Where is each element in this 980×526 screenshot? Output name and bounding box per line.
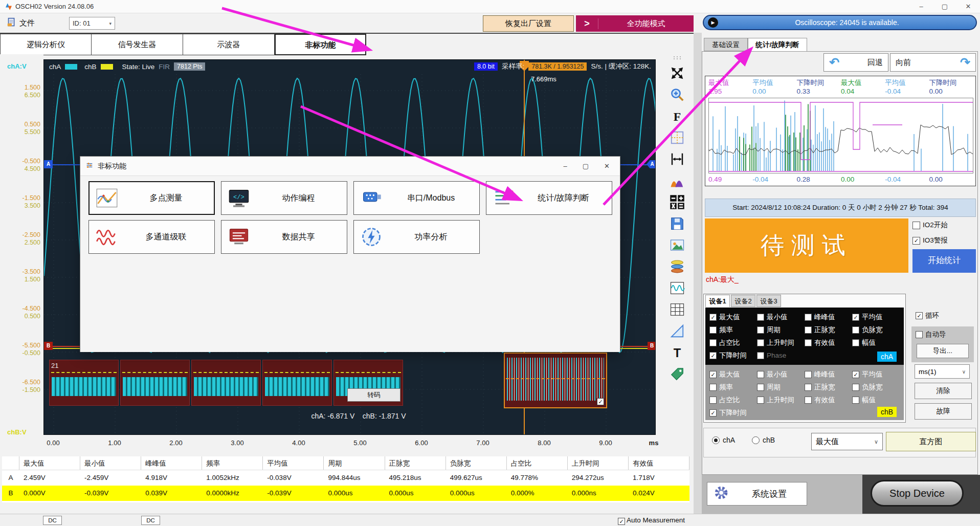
maximize-button[interactable]: ▢ [933,0,956,13]
measure-option-有效值[interactable]: 有效值 [805,396,852,405]
measure-option-平均值[interactable]: ✓平均值 [852,370,900,379]
grid-icon[interactable] [669,129,686,146]
dialog-minimize-button[interactable]: – [564,162,567,170]
io3-alarm-toggle[interactable]: ✓ IO3警报 [912,236,948,245]
main-tab-2[interactable]: 信号发生器 [92,34,183,55]
time-unit-select[interactable]: ms(1) ∨ [915,364,970,379]
factory-reset-button[interactable]: 恢复出厂设置 [483,15,574,32]
minimize-button[interactable]: – [909,0,933,13]
main-tab-3[interactable]: 示波器 [183,34,275,55]
transcode-button[interactable]: 转码 [347,388,400,402]
auto-measurement-toggle[interactable]: ✓ Auto Measurement [618,516,685,525]
dialog-maximize-button[interactable]: ▢ [583,162,589,170]
cha-coupling-indicator[interactable]: DC [43,516,62,525]
tag-icon[interactable] [669,365,686,383]
radio-chb[interactable]: chB [752,436,775,444]
undo-button[interactable]: ↶ 回退 [823,53,888,72]
measure-option-下降时间[interactable]: ✓下降时间 [709,408,757,418]
tab-device-1[interactable]: 设备1 [705,295,730,307]
measure-option-幅值[interactable]: 幅值 [852,338,900,347]
measure-option-正脉宽[interactable]: 正脉宽 [805,383,852,392]
tab-device-2[interactable]: 设备2 [731,295,755,307]
measure-option-上升时间[interactable]: 上升时间 [757,338,805,347]
device-id-select[interactable]: ID: 01 ▾ [69,17,115,30]
histogram-button[interactable]: 直方图 [886,432,976,451]
auto-export-toggle[interactable]: 自动导 [916,330,946,339]
text-icon[interactable]: T [669,344,686,361]
tab-device-3[interactable]: 设备3 [756,295,781,307]
cursor-b-tag-right[interactable]: B [648,342,656,350]
waveform-thumbnail-4[interactable] [262,360,332,406]
dialog-button-serial-modbus[interactable]: 串口/Modbus [353,181,480,215]
fir-label[interactable]: FIR [159,63,170,71]
cursor-a-tag-left[interactable]: A [44,160,53,168]
waveform-thumbnail-2[interactable] [120,360,190,406]
measure-option-负脉宽[interactable]: 负脉宽 [852,383,900,392]
measure-option-占空比[interactable]: 占空比 [709,338,757,347]
table-icon[interactable] [669,301,686,318]
dialog-button-multi-point-measure[interactable]: 多点测量 [88,181,215,215]
loop-toggle[interactable]: ✓ 循环 [916,311,939,320]
zoom-region-thumbnail[interactable]: ✓ [504,353,607,408]
dialog-button-multi-channel-cascade[interactable]: 多通道级联 [88,220,215,254]
measure-option-平均值[interactable]: ✓平均值 [852,313,900,322]
file-menu-button[interactable]: 文件 [6,16,35,30]
waveform-window-icon[interactable] [669,279,686,297]
measure-option-占空比[interactable]: 占空比 [709,396,757,405]
measure-option-频率[interactable]: 频率 [709,325,757,335]
zoom-in-icon[interactable] [669,86,686,103]
dialog-button-data-share[interactable]: 数据共享 [221,220,347,254]
measure-option-频率[interactable]: 频率 [709,383,757,392]
measure-option-最大值[interactable]: ✓最大值 [709,313,757,322]
measure-option-Phase[interactable]: Phase [757,352,805,359]
horizontal-measure-icon[interactable] [669,150,686,168]
dialog-button-action-programming[interactable]: </>动作编程 [221,181,347,215]
thumbnail-checkbox[interactable]: ✓ [597,398,604,405]
radio-cha[interactable]: chA [712,436,735,444]
io2-start-toggle[interactable]: IO2开始 [912,221,948,230]
toolbar-scroll-dots[interactable] [671,55,683,60]
fault-button[interactable]: 故障 [915,403,972,420]
measure-option-下降时间[interactable]: ✓下降时间 [709,351,757,360]
measure-option-峰峰值[interactable]: 峰峰值 [805,313,852,322]
math-icon[interactable] [669,193,686,211]
measure-option-周期[interactable]: 周期 [757,383,805,392]
ruler-icon[interactable] [669,322,686,340]
chb-coupling-indicator[interactable]: DC [141,516,160,525]
dialog-close-button[interactable]: ✕ [604,162,610,170]
histogram-measure-select[interactable]: 最大值 ∨ [811,433,883,450]
stats-trend-chart[interactable] [708,98,973,173]
stop-device-button[interactable]: Stop Device [871,480,964,507]
main-tab-1[interactable]: 逻辑分析仪 [0,34,92,55]
cursor-b-tag-left[interactable]: B [44,342,53,350]
scope-status-indicator[interactable]: ▶ Oscilloscope: 24045 is available. [703,15,977,30]
redo-button[interactable]: 向前 ↷ [890,53,976,72]
dialog-button-stats-fault-judge[interactable]: 统计/故障判断 [486,181,612,215]
clear-button[interactable]: 清除 [915,383,972,399]
waveform-thumbnail-1[interactable] [49,360,119,406]
dialog-title-bar[interactable]: 非标功能 – ▢ ✕ [80,157,620,176]
screenshot-icon[interactable] [669,236,686,254]
system-settings-button[interactable]: 系统设置 [707,482,807,506]
waveform-thumbnail-3[interactable] [191,360,261,406]
expand-icon[interactable] [669,64,686,82]
full-mode-button[interactable]: > 全功能模式 [576,15,694,32]
measure-option-负脉宽[interactable]: 负脉宽 [852,325,900,335]
fourier-icon[interactable]: F [669,107,686,125]
measure-option-最小值[interactable]: 最小值 [757,370,805,379]
measure-option-有效值[interactable]: 有效值 [805,338,852,347]
measure-option-正脉宽[interactable]: 正脉宽 [805,325,852,335]
export-button[interactable]: 导出... [917,344,969,358]
measure-option-上升时间[interactable]: 上升时间 [757,396,805,405]
tab-basic-settings[interactable]: 基础设置 [704,38,748,51]
layers-icon[interactable] [669,258,686,275]
measure-option-峰峰值[interactable]: 峰峰值 [805,370,852,379]
histogram-icon[interactable] [669,172,686,189]
measure-option-幅值[interactable]: 幅值 [852,396,900,405]
measure-option-周期[interactable]: 周期 [757,325,805,335]
measure-option-最小值[interactable]: 最小值 [757,313,805,322]
close-button[interactable]: ✕ [956,0,980,13]
measure-option-最大值[interactable]: ✓最大值 [709,370,757,379]
start-statistics-button[interactable]: 开始统计 [912,249,976,273]
save-icon[interactable] [669,215,686,232]
